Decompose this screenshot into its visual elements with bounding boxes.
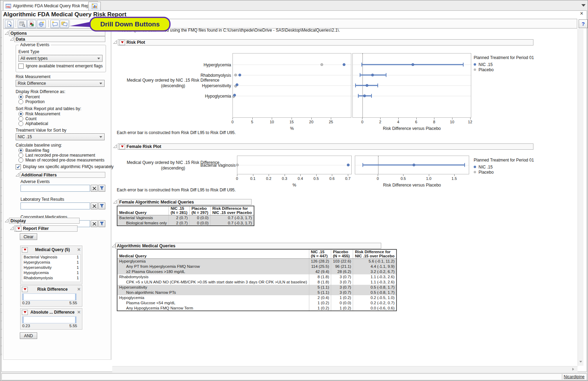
radio-icon[interactable] [18,99,23,104]
report-filter-disclosure-icon[interactable] [10,226,14,230]
help-button[interactable]: ? [579,19,588,28]
display-rd-option[interactable]: Percent [18,94,44,99]
error-bar-cap [362,163,363,167]
filter-list-item[interactable]: Hypoglycemia1 [22,270,80,275]
clear-button[interactable]: Clear [20,233,37,240]
scroll-down-icon[interactable] [579,361,582,363]
publish-icon[interactable] [37,20,46,28]
display-rd-radio-group: PercentProportion [18,94,44,104]
placebo-dot [234,74,237,76]
ignore-flags-checkbox[interactable]: Ignore available treatment emergent flag… [18,64,103,68]
tabstrip-overflow-icon[interactable] [581,4,586,7]
red-triangle-menu-icon[interactable] [119,144,125,149]
horizontal-scrollbar[interactable] [112,366,578,372]
additional-filters-disclosure-icon[interactable] [15,173,19,177]
risk-plot-disclosure-icon[interactable] [113,40,117,44]
baseline-option[interactable]: Baseline flag [18,148,104,153]
treatment-sort-select[interactable]: NIC .15 [16,133,105,140]
sort-option[interactable]: Count [18,116,60,121]
value-cell: 1 (0.2) [331,306,353,311]
axis-tick [311,118,312,119]
close-filter-icon[interactable]: ✕ [77,310,81,315]
column-header: Placebo(N = 297) [189,206,210,215]
female-risk-plot-disclosure-icon[interactable] [113,144,117,148]
risk-measurement-select[interactable]: Risk Difference [16,80,105,87]
tab-chart[interactable] [88,2,101,10]
axis-tick-label: 1.5 [451,176,457,181]
red-triangle-menu-icon[interactable] [22,247,28,252]
chart-icon [92,3,97,9]
radio-icon[interactable] [18,153,23,158]
checkbox-unchecked[interactable] [18,64,24,69]
fmq-report-icon: FMQ [6,3,11,9]
nic-dot [347,164,350,166]
axis-tick [398,118,399,119]
filter-list-item[interactable]: Rhabdomyolysis1 [22,275,80,281]
sort-option[interactable]: Alphabetical [18,121,60,126]
sort-option[interactable]: Risk Measurement [18,111,60,116]
notes-icon[interactable] [60,20,69,28]
scroll-right-icon[interactable] [572,368,574,371]
filter-list-item[interactable]: Hyperglycemia1 [22,260,80,265]
red-triangle-menu-icon[interactable] [22,287,28,292]
red-triangle-menu-icon[interactable] [16,226,22,231]
display-disclosure-icon[interactable] [5,218,9,223]
and-button[interactable]: AND [20,332,37,339]
clear-filter-icon[interactable] [91,220,98,227]
funnel-filter-icon[interactable] [98,202,105,209]
funnel-filter-icon[interactable] [98,220,105,227]
filter-input[interactable] [21,202,90,209]
window-edge-grip[interactable] [1,30,2,356]
female-risk-plot-difference-panel [355,156,469,174]
baseline-option[interactable]: Last recorded pre-dose measurement [18,153,104,158]
display-rd-option[interactable]: Proportion [18,99,44,104]
baseline-option[interactable]: Mean of recorded pre-dose measurements [18,158,104,163]
sex-specific-checkbox[interactable]: Display sex specific algorithmic FMQs se… [16,164,114,169]
radio-icon[interactable] [18,111,23,116]
filter-list-item[interactable]: Bacterial Vaginosis1 [22,255,80,260]
dataset-link[interactable]: Nicardipine [564,374,585,379]
absolute-difference-range-labels: 0.23 5.55 [22,324,77,328]
row-label-cell: Bacterial Vaginosis [117,215,169,221]
data-disclosure-icon[interactable] [10,37,14,41]
checkbox-checked[interactable] [16,164,21,169]
new-note-icon[interactable] [50,20,59,28]
close-filter-icon[interactable]: ✕ [77,287,81,292]
tab-risk-report[interactable]: FMQ Algorithmic FDA Medical Query Risk R… [3,1,98,10]
radio-icon[interactable] [18,116,23,121]
close-icon[interactable]: × [580,11,583,16]
radio-icon[interactable] [18,148,23,153]
options-disclosure-icon[interactable] [5,31,9,35]
report-icon[interactable] [5,20,14,28]
radio-icon[interactable] [18,94,23,99]
vertical-scrollbar[interactable] [578,29,583,366]
risk-difference-dot [371,74,374,76]
clear-filter-icon[interactable] [91,185,98,192]
axis-tick [269,174,269,176]
axis-tick-label: 10 [270,120,274,124]
radio-icon[interactable] [18,121,23,126]
filter-input[interactable] [21,185,90,192]
filter-list-item[interactable]: Hypersensitivity1 [22,265,80,270]
table-row: Any PT from Hyperglycemia FMQ Narrow114 … [117,264,397,269]
female-table-disclosure-icon[interactable] [113,200,117,204]
close-filter-icon[interactable]: ✕ [77,247,81,252]
axis-tick-label: 0.3 [282,176,287,181]
filter-item-count: 1 [77,260,79,265]
error-bar-cap [358,94,359,98]
radio-icon[interactable] [18,158,23,163]
absolute-difference-range-slider[interactable] [22,316,76,323]
funnel-filter-icon[interactable] [98,185,105,192]
value-cell: 0.5 (-0.8, 1.7) [353,285,397,290]
value-cell: 1 (0.2) [309,300,331,306]
clear-filter-icon[interactable] [91,202,98,209]
event-type-select[interactable]: All event types [18,55,103,62]
red-triangle-menu-icon[interactable] [119,40,125,45]
axis-tick-label: 2 [379,120,381,124]
risk-difference-range-slider[interactable] [22,293,76,300]
value-cell: 0 (0.0) [189,221,210,226]
red-triangle-menu-icon[interactable] [22,310,28,315]
data-table-icon[interactable] [18,20,27,28]
presentation-icon[interactable] [27,20,36,28]
female-risk-plot-category-labels: Bacterial Vaginosis [192,156,236,174]
